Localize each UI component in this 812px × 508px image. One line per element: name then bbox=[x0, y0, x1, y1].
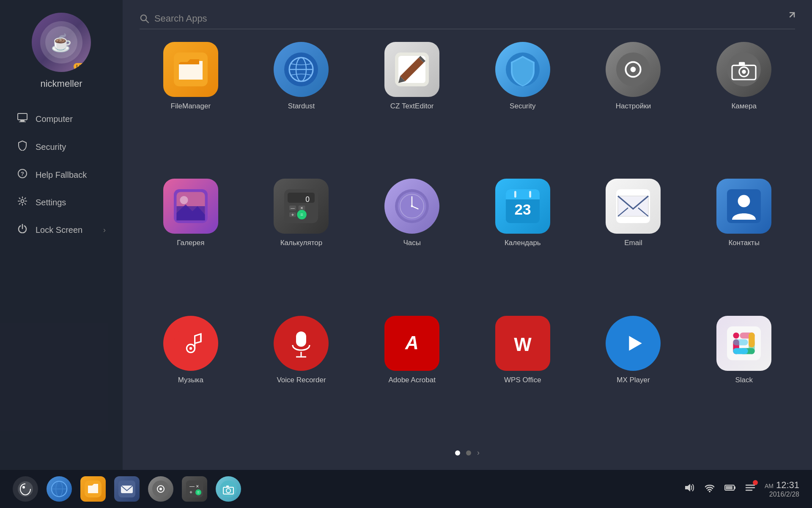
app-item-voicerecorder[interactable]: Voice Recorder bbox=[250, 316, 353, 440]
svg-text:?: ? bbox=[21, 171, 24, 177]
svg-rect-3 bbox=[20, 120, 25, 121]
app-item-music[interactable]: Музыка bbox=[140, 316, 242, 440]
app-item-contacts[interactable]: Контакты bbox=[693, 179, 795, 303]
svg-text:W: W bbox=[514, 334, 532, 354]
app-icon-contacts bbox=[716, 179, 771, 234]
app-item-wpsoffice[interactable]: W WPS Office bbox=[472, 316, 574, 440]
app-item-adobeacrobat[interactable]: A Adobe Acrobat bbox=[361, 316, 463, 440]
taskbar-app-filemanager[interactable] bbox=[80, 476, 106, 502]
pagination-dot-2[interactable] bbox=[466, 450, 471, 456]
app-icon-filemanager bbox=[163, 42, 218, 97]
taskbar: — × + = bbox=[0, 470, 812, 508]
app-grid-area: FileManager Stardust CZ TextEditor Secur… bbox=[123, 0, 812, 470]
sidebar-item-label-settings: Settings bbox=[36, 198, 66, 207]
app-label-gallery: Галерея bbox=[177, 239, 204, 247]
svg-rect-37 bbox=[288, 193, 315, 203]
svg-point-30 bbox=[742, 70, 746, 74]
taskbar-app-calculator[interactable]: — × + = bbox=[182, 476, 207, 502]
sidebar-item-computer[interactable]: Computer bbox=[8, 106, 114, 132]
volume-icon[interactable] bbox=[683, 482, 695, 496]
gear-icon bbox=[17, 196, 28, 208]
collapse-button[interactable] bbox=[784, 12, 795, 25]
lockscreen-left: Lock Screen bbox=[17, 224, 82, 236]
battery-icon[interactable] bbox=[724, 482, 736, 496]
wifi-icon[interactable] bbox=[704, 482, 716, 496]
svg-point-34 bbox=[180, 196, 188, 204]
notification-badge bbox=[753, 480, 758, 485]
svg-text:☕: ☕ bbox=[51, 33, 72, 53]
app-item-mxplayer[interactable]: MX Player bbox=[582, 316, 685, 440]
svg-marker-111 bbox=[685, 484, 690, 491]
sidebar-nav: Computer Security ? Help bbox=[0, 106, 123, 243]
sidebar-item-settings[interactable]: Settings bbox=[8, 190, 114, 215]
svg-rect-86 bbox=[733, 348, 748, 354]
app-label-clock: Часы bbox=[403, 239, 421, 247]
app-icon-calculator: 0 — × + = bbox=[274, 179, 329, 234]
app-label-music: Музыка bbox=[178, 376, 203, 384]
search-input[interactable] bbox=[154, 13, 779, 24]
svg-point-68 bbox=[189, 347, 192, 349]
chevron-right-icon: › bbox=[103, 226, 106, 235]
svg-text:—: — bbox=[291, 206, 295, 210]
app-item-calendar[interactable]: 23 Календарь bbox=[472, 179, 574, 303]
taskbar-app-camera[interactable] bbox=[216, 476, 241, 502]
svg-text:+: + bbox=[189, 489, 192, 495]
taskbar-app-parrot[interactable] bbox=[13, 476, 38, 502]
svg-text:=: = bbox=[301, 212, 304, 217]
app-item-email[interactable]: Email bbox=[582, 179, 685, 303]
svg-point-112 bbox=[709, 491, 710, 492]
app-label-filemanager: FileManager bbox=[171, 102, 211, 110]
app-label-voicerecorder: Voice Recorder bbox=[277, 376, 326, 384]
svg-rect-114 bbox=[726, 486, 732, 489]
app-item-nastroyki[interactable]: Настройки bbox=[582, 42, 685, 166]
svg-text:—  ×: — × bbox=[189, 483, 199, 489]
svg-rect-57 bbox=[514, 191, 516, 198]
svg-line-9 bbox=[146, 20, 148, 22]
app-icon-stardust bbox=[274, 42, 329, 97]
app-label-nastroyki: Настройки bbox=[616, 102, 651, 110]
app-label-calculator: Калькулятор bbox=[280, 239, 323, 247]
shield-icon bbox=[17, 141, 28, 153]
app-item-clock[interactable]: Часы bbox=[361, 179, 463, 303]
app-item-gallery[interactable]: Галерея bbox=[140, 179, 242, 303]
app-item-filemanager[interactable]: FileManager bbox=[140, 42, 242, 166]
pagination-arrow[interactable]: › bbox=[477, 448, 480, 457]
search-bar bbox=[140, 8, 795, 29]
app-item-security[interactable]: Security bbox=[472, 42, 574, 166]
app-item-slack[interactable]: Slack bbox=[693, 316, 795, 440]
app-icon-clock bbox=[384, 179, 439, 234]
svg-rect-55 bbox=[506, 196, 540, 199]
taskbar-app-settings[interactable] bbox=[148, 476, 173, 502]
svg-text:A: A bbox=[405, 332, 419, 353]
app-item-stardust[interactable]: Stardust bbox=[250, 42, 353, 166]
app-icon-calendar: 23 bbox=[495, 179, 550, 234]
svg-point-52 bbox=[411, 205, 413, 207]
app-item-cztexteditor[interactable]: CZ TextEditor bbox=[361, 42, 463, 166]
taskbar-app-email[interactable] bbox=[114, 476, 140, 502]
pagination-dot-active[interactable] bbox=[455, 450, 460, 456]
notification-icon[interactable] bbox=[744, 482, 756, 496]
svg-text:0: 0 bbox=[306, 196, 310, 204]
app-item-camera[interactable]: Камера bbox=[693, 42, 795, 166]
computer-icon bbox=[17, 113, 28, 125]
search-icon bbox=[140, 14, 149, 24]
app-label-security: Security bbox=[510, 102, 535, 110]
clock-date: 2016/2/28 bbox=[765, 491, 799, 498]
sidebar: ☕ LITE nickmeller Computer bbox=[0, 0, 123, 470]
taskbar-app-browser[interactable] bbox=[47, 476, 72, 502]
sidebar-item-lockscreen[interactable]: Lock Screen › bbox=[8, 217, 114, 243]
app-icon-slack bbox=[716, 316, 771, 371]
taskbar-system: AM 12:31 2016/2/28 bbox=[683, 480, 799, 498]
sidebar-item-label-lockscreen: Lock Screen bbox=[36, 225, 82, 235]
help-icon: ? bbox=[17, 169, 28, 181]
sidebar-item-security[interactable]: Security bbox=[8, 134, 114, 160]
sidebar-item-help[interactable]: ? Help Fallback bbox=[8, 162, 114, 188]
svg-text:+: + bbox=[291, 212, 294, 217]
apps-grid: FileManager Stardust CZ TextEditor Secur… bbox=[140, 42, 795, 440]
app-label-email: Email bbox=[624, 239, 642, 247]
username: nickmeller bbox=[40, 78, 82, 89]
app-item-calculator[interactable]: 0 — × + = Калькулятор bbox=[250, 179, 353, 303]
app-label-slack: Slack bbox=[735, 376, 753, 384]
app-icon-music bbox=[163, 316, 218, 371]
app-label-adobeacrobat: Adobe Acrobat bbox=[388, 376, 436, 384]
